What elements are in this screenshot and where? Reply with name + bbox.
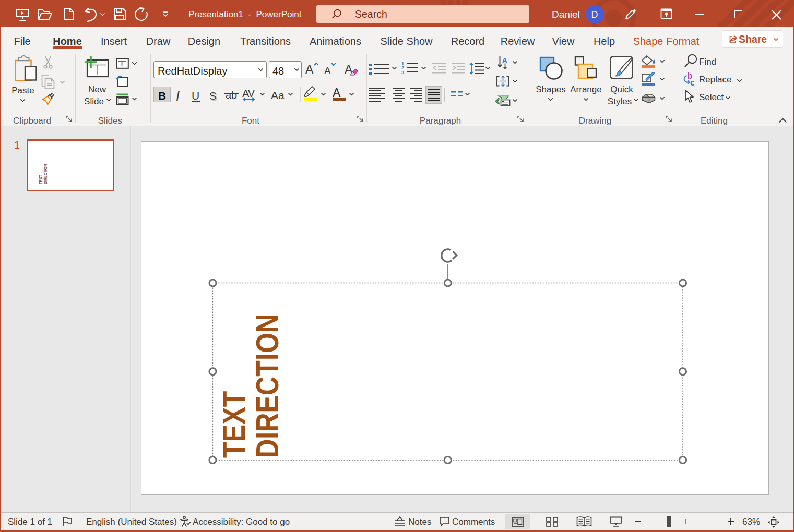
svg-text:c: c	[690, 78, 695, 86]
